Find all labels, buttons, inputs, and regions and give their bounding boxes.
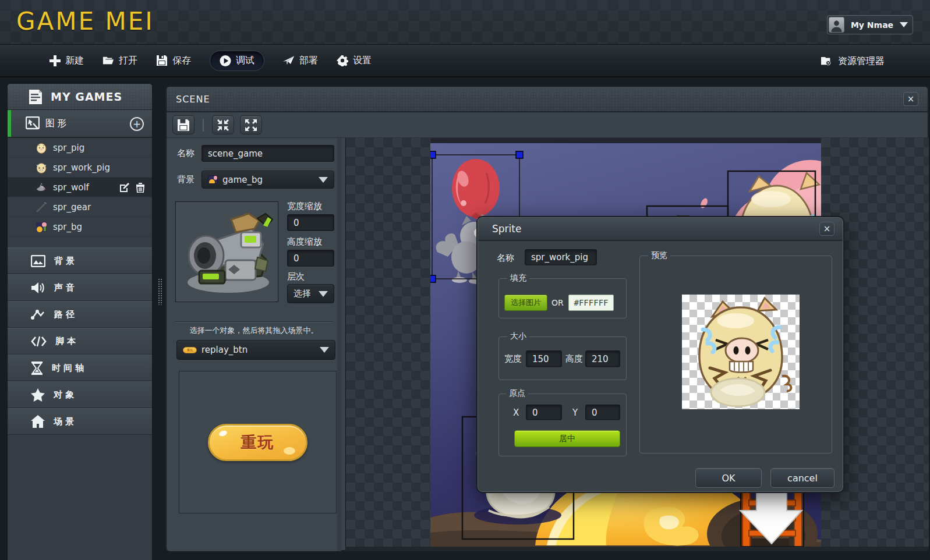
gear-sprite-icon bbox=[36, 201, 47, 213]
replay-btn-thumbnail: 重玩 bbox=[183, 347, 197, 353]
floppy-icon bbox=[156, 55, 168, 66]
sprite-item-wolf[interactable]: spr_wolf bbox=[8, 178, 152, 197]
dialog-close-button[interactable]: × bbox=[819, 222, 834, 236]
delete-icon[interactable] bbox=[136, 182, 145, 193]
settings-button[interactable]: 设置 bbox=[337, 55, 372, 67]
fill-legend: 填充 bbox=[507, 273, 529, 283]
collapse-view-button[interactable] bbox=[212, 115, 234, 134]
choose-image-button[interactable]: 选择图片 bbox=[504, 295, 547, 311]
ok-button[interactable]: OK bbox=[695, 468, 762, 488]
home-icon bbox=[31, 415, 45, 428]
height-scale-input[interactable]: 0 bbox=[287, 250, 334, 267]
image-wand-icon bbox=[26, 116, 40, 130]
panel-splitter[interactable] bbox=[158, 278, 162, 305]
main-toolbar: 新建 打开 保存 调试 部署 设置 资源管理器 bbox=[0, 45, 930, 77]
dialog-title: Sprite bbox=[492, 223, 521, 235]
arrows-in-icon bbox=[217, 119, 229, 132]
sprite-dialog-titlebar[interactable]: Sprite × bbox=[478, 218, 843, 241]
work-pig-sprite-icon bbox=[36, 162, 47, 173]
pig-sprite-icon bbox=[36, 142, 47, 154]
document-icon bbox=[29, 90, 43, 104]
width-scale-input[interactable]: 0 bbox=[287, 214, 334, 231]
sidebar-item-scripts[interactable]: 脚本 bbox=[8, 328, 152, 355]
floppy-icon bbox=[178, 119, 189, 131]
app-logo: GAME MEI bbox=[16, 7, 154, 36]
open-button[interactable]: 打开 bbox=[102, 55, 137, 67]
scene-panel-title: SCENE bbox=[176, 94, 210, 105]
origin-y-label: Y bbox=[572, 407, 578, 418]
sidebar-item-scenes[interactable]: 场景 bbox=[8, 408, 152, 435]
user-menu[interactable]: My Nmae bbox=[827, 15, 913, 34]
bg-thumbnail bbox=[208, 175, 218, 184]
app-header: GAME MEI My Nmae bbox=[0, 0, 930, 45]
layer-dropdown[interactable]: 选择 bbox=[287, 284, 334, 303]
sprite-item-work-pig[interactable]: spr_work_pig bbox=[8, 158, 152, 178]
sidebar-item-paths[interactable]: 路径 bbox=[8, 301, 152, 328]
sidebar-item-backgrounds[interactable]: 背景 bbox=[8, 247, 152, 274]
background-label: 背景 bbox=[177, 174, 195, 185]
selected-object-preview bbox=[175, 201, 278, 302]
chevron-down-icon bbox=[900, 22, 908, 27]
deploy-button[interactable]: 部署 bbox=[283, 55, 318, 67]
new-button[interactable]: 新建 bbox=[49, 55, 84, 67]
code-icon bbox=[31, 336, 47, 347]
cannon-art bbox=[176, 202, 278, 302]
drag-hint-text: 选择一个对象，然后将其拖入场景中。 bbox=[167, 325, 341, 336]
height-input[interactable]: 210 bbox=[585, 350, 620, 367]
cancel-button[interactable]: cancel bbox=[770, 468, 834, 488]
scene-name-input[interactable]: scene_game bbox=[201, 145, 334, 162]
sidebar-title: MY GAMES bbox=[8, 84, 152, 110]
sprite-item-gear[interactable]: spr_gear bbox=[8, 197, 152, 217]
fill-color-input[interactable]: #FFFFFF bbox=[568, 295, 614, 311]
sidebar-item-sounds[interactable]: 声音 bbox=[8, 274, 152, 301]
sprite-item-pig[interactable]: spr_pig bbox=[8, 138, 152, 158]
sprite-item-bg[interactable]: spr_bg bbox=[8, 217, 152, 237]
origin-y-input[interactable]: 0 bbox=[585, 405, 620, 420]
object-preview-box: 重玩 bbox=[179, 371, 337, 513]
layer-label: 层次 bbox=[287, 271, 305, 282]
preview-legend: 预览 bbox=[648, 250, 670, 261]
sprite-dialog: Sprite × 名称 spr_work_pig 填充 选择图片 OR #FFF… bbox=[478, 217, 843, 492]
scene-bg-dropdown[interactable]: game_bg bbox=[201, 171, 334, 189]
arrows-out-icon bbox=[245, 119, 257, 132]
speaker-icon bbox=[31, 282, 45, 294]
wolf-sprite-icon bbox=[36, 182, 47, 193]
scene-toolbar bbox=[167, 112, 928, 138]
scene-panel-close-button[interactable]: × bbox=[903, 92, 918, 106]
origin-x-input[interactable]: 0 bbox=[526, 405, 562, 420]
size-legend: 大小 bbox=[507, 331, 529, 342]
width-label: 宽度 bbox=[504, 353, 522, 364]
expand-view-button[interactable] bbox=[240, 115, 262, 134]
chevron-down-icon bbox=[320, 347, 329, 353]
origin-legend: 原点 bbox=[506, 388, 528, 399]
scene-panel-titlebar: SCENE × bbox=[167, 87, 928, 112]
sprite-name-input[interactable]: spr_work_pig bbox=[525, 249, 597, 265]
origin-x-label: X bbox=[513, 407, 519, 418]
sidebar: MY GAMES 图形 + spr_pig spr_work_pig spr_w… bbox=[7, 83, 153, 560]
debug-button[interactable]: 调试 bbox=[210, 51, 264, 71]
object-dropdown[interactable]: 重玩 replay_btn bbox=[176, 340, 335, 360]
scene-properties: 名称 scene_game 背景 game_bg bbox=[167, 138, 341, 551]
add-sprite-button[interactable]: + bbox=[130, 117, 144, 131]
width-input[interactable]: 150 bbox=[526, 350, 562, 367]
sidebar-item-objects[interactable]: 对象 bbox=[8, 381, 152, 408]
user-avatar-icon bbox=[829, 17, 844, 33]
divider bbox=[175, 321, 333, 322]
save-button[interactable]: 保存 bbox=[156, 55, 191, 67]
center-origin-button[interactable]: 居中 bbox=[514, 430, 620, 447]
folder-open-icon bbox=[102, 55, 114, 66]
resource-manager-button[interactable]: 资源管理器 bbox=[821, 45, 885, 77]
edit-icon[interactable] bbox=[119, 182, 130, 193]
replay-button-art: 重玩 bbox=[208, 424, 307, 461]
work-pig-art bbox=[682, 295, 800, 409]
scene-save-button[interactable] bbox=[172, 115, 195, 134]
sprite-name-label: 名称 bbox=[497, 253, 514, 264]
or-label: OR bbox=[551, 298, 564, 307]
sidebar-item-graphics[interactable]: 图形 + bbox=[8, 110, 152, 138]
star-icon bbox=[31, 388, 45, 402]
sidebar-item-timelines[interactable]: 时间轴 bbox=[8, 355, 152, 381]
plus-icon bbox=[49, 55, 61, 66]
chevron-down-icon bbox=[319, 177, 328, 183]
folder-gear-icon bbox=[821, 55, 833, 67]
gear-icon bbox=[337, 55, 348, 66]
